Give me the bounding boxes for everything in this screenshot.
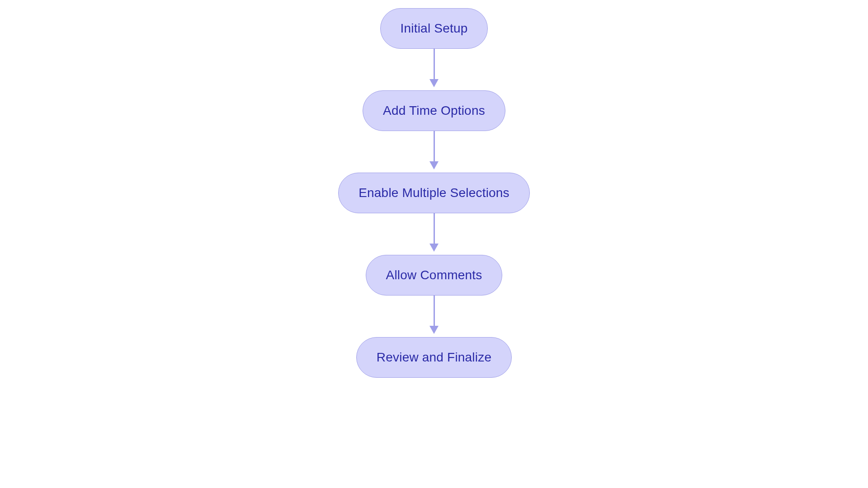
node-allow-comments: Allow Comments — [366, 255, 503, 296]
arrow-head — [429, 79, 439, 87]
node-enable-multiple-selections: Enable Multiple Selections — [338, 173, 530, 213]
arrow-down-icon — [429, 213, 439, 255]
arrow-shaft — [434, 131, 435, 162]
node-label: Add Time Options — [383, 103, 485, 117]
arrow-shaft — [434, 49, 435, 80]
arrow-head — [429, 244, 439, 252]
node-add-time-options: Add Time Options — [363, 90, 505, 131]
arrow-head — [429, 161, 439, 169]
diagram-canvas: Initial Setup Add Time Options Enable Mu… — [0, 0, 868, 488]
arrow-head — [429, 326, 439, 334]
node-initial-setup: Initial Setup — [380, 8, 488, 49]
node-label: Enable Multiple Selections — [359, 186, 509, 200]
node-review-and-finalize: Review and Finalize — [356, 337, 512, 378]
flowchart: Initial Setup Add Time Options Enable Mu… — [338, 8, 530, 378]
node-label: Initial Setup — [401, 21, 468, 35]
arrow-shaft — [434, 296, 435, 326]
node-label: Review and Finalize — [377, 350, 491, 364]
arrow-down-icon — [429, 296, 439, 337]
arrow-down-icon — [429, 131, 439, 173]
node-label: Allow Comments — [386, 268, 482, 282]
arrow-down-icon — [429, 49, 439, 90]
arrow-shaft — [434, 213, 435, 244]
